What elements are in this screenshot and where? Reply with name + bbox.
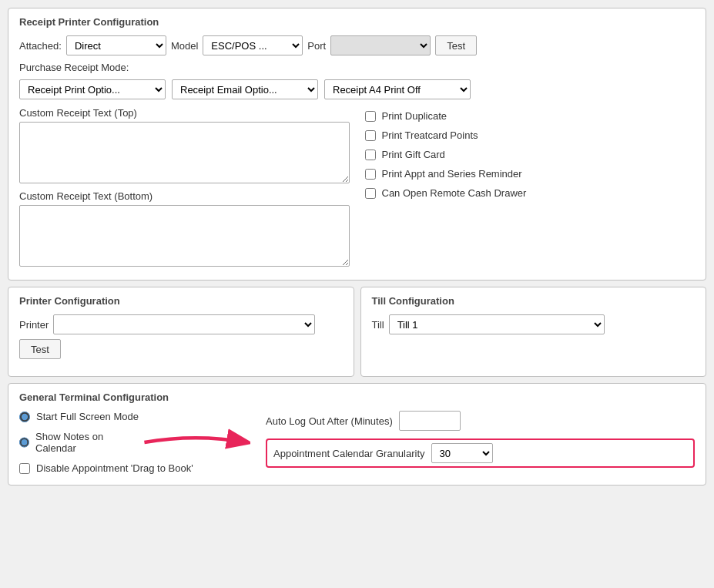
show-notes-label: Show Notes on Calendar [35, 431, 133, 454]
attached-select[interactable]: Direct Network Windows [66, 35, 166, 55]
custom-bottom-label: Custom Receipt Text (Bottom) [19, 190, 350, 202]
printer-config-panel: Printer Configuration Printer Test [8, 287, 354, 377]
auto-logout-row: Auto Log Out After (Minutes) [266, 411, 695, 431]
purchase-receipt-label: Purchase Receipt Mode: [19, 62, 129, 73]
model-select[interactable]: ESC/POS ... Star Epson [203, 35, 303, 55]
arrow-icon [141, 428, 250, 456]
granularity-box: Appointment Calendar Granularity 15 30 6… [266, 438, 695, 468]
print-treatcard-row: Print Treatcard Points [365, 129, 696, 141]
general-panel: General Terminal Configuration Start Ful… [8, 383, 706, 486]
model-label: Model [171, 40, 198, 52]
print-treatcard-checkbox[interactable] [365, 130, 376, 141]
disable-appt-row: Disable Appointment 'Drag to Book' [19, 462, 250, 474]
print-giftcard-label: Print Gift Card [382, 149, 445, 160]
can-open-row: Can Open Remote Cash Drawer [365, 187, 696, 199]
granularity-label: Appointment Calendar Granularity [273, 448, 425, 459]
attached-label: Attached: [19, 40, 62, 52]
purchase-print-select[interactable]: Receipt Print Optio... [19, 79, 166, 99]
print-duplicate-row: Print Duplicate [365, 110, 696, 122]
general-right-section: Auto Log Out After (Minutes) Appointment… [266, 411, 695, 468]
printer-config-title: Printer Configuration [19, 295, 343, 307]
start-fullscreen-radio[interactable] [19, 412, 30, 422]
general-title: General Terminal Configuration [19, 391, 695, 403]
print-giftcard-row: Print Gift Card [365, 149, 696, 160]
purchase-email-select[interactable]: Receipt Email Optio... [172, 79, 318, 99]
can-open-label: Can Open Remote Cash Drawer [382, 187, 527, 199]
port-label: Port [307, 40, 326, 52]
granularity-select[interactable]: 15 30 60 [431, 443, 493, 463]
printer-label: Printer [19, 319, 49, 331]
printer-test-button[interactable]: Test [19, 339, 61, 359]
till-select[interactable]: Till 1 Till 2 Till 3 [389, 314, 605, 334]
custom-bottom-textarea[interactable] [19, 205, 350, 267]
port-select[interactable]: COM1 COM2 [330, 35, 431, 55]
auto-logout-label: Auto Log Out After (Minutes) [266, 415, 393, 427]
show-notes-radio[interactable] [19, 437, 29, 448]
till-config-title: Till Configuration [372, 295, 696, 307]
print-duplicate-checkbox[interactable] [365, 111, 376, 122]
print-treatcard-label: Print Treatcard Points [382, 129, 478, 141]
till-config-panel: Till Configuration Till Till 1 Till 2 Ti… [360, 287, 707, 377]
custom-top-label: Custom Receipt Text (Top) [19, 107, 350, 119]
print-giftcard-checkbox[interactable] [365, 150, 376, 160]
printer-select[interactable] [53, 314, 315, 334]
start-fullscreen-label: Start Full Screen Mode [36, 411, 139, 422]
till-label: Till [372, 319, 384, 331]
receipt-test-button[interactable]: Test [435, 35, 477, 55]
start-fullscreen-row: Start Full Screen Mode [19, 411, 250, 422]
auto-logout-input[interactable] [399, 411, 461, 431]
print-duplicate-label: Print Duplicate [382, 110, 448, 122]
disable-appt-checkbox[interactable] [19, 463, 30, 474]
print-appt-checkbox[interactable] [365, 169, 376, 180]
can-open-checkbox[interactable] [365, 188, 376, 199]
purchase-a4-select[interactable]: Receipt A4 Print Off [324, 79, 471, 99]
receipt-printer-title: Receipt Printer Configuration [19, 16, 695, 28]
general-left-section: Start Full Screen Mode Show Notes on Cal… [19, 411, 250, 474]
receipt-printer-panel: Receipt Printer Configuration Attached: … [8, 8, 706, 281]
show-notes-row: Show Notes on Calendar [19, 431, 133, 454]
custom-top-textarea[interactable] [19, 122, 350, 183]
print-appt-row: Print Appt and Series Reminder [365, 168, 696, 180]
print-appt-label: Print Appt and Series Reminder [382, 168, 522, 180]
disable-appt-label: Disable Appointment 'Drag to Book' [36, 462, 193, 474]
